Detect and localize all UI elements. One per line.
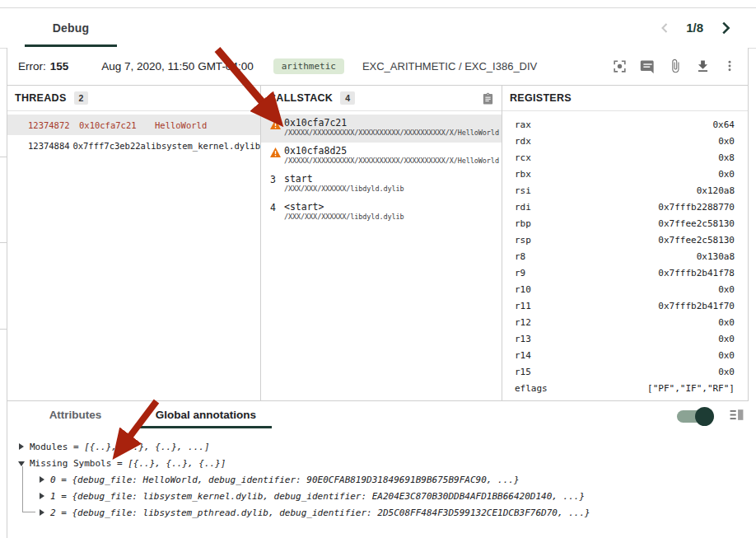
threads-count-badge: 2	[74, 91, 89, 105]
tab-global-annotations-label: Global annotations	[156, 409, 256, 421]
more-vertical-icon[interactable]	[723, 58, 736, 73]
register-value: 0x0	[718, 334, 735, 344]
global-annotations-tree: Modules = [{..}, {..}, {..}, ...] Missin…	[7, 428, 756, 538]
register-name: r15	[515, 367, 718, 377]
tree-value: {debug_file: libsystem_pthread.dylib, de…	[72, 508, 590, 518]
register-name: r14	[515, 350, 718, 361]
pagination: 1/8	[656, 8, 735, 47]
register-name: rsp	[515, 235, 658, 246]
tree-guide-line	[22, 466, 23, 512]
register-value: 0x7fffb2288770	[658, 202, 735, 213]
register-row: r150x0	[502, 363, 748, 380]
tab-debug[interactable]: Debug	[25, 8, 117, 47]
center-focus-icon[interactable]	[612, 58, 628, 74]
thread-module: HelloWorld	[155, 120, 207, 130]
callstack-title: CALLSTACK	[268, 92, 333, 104]
tree-node-symbol-0[interactable]: 0 = {debug_file: HelloWorld, debug_ident…	[40, 471, 520, 488]
register-value: 0x0	[718, 136, 735, 147]
callstack-frame[interactable]: 4 <start> /XXX/XXX/XXXXXX/libdyld.dylib	[261, 199, 502, 227]
thread-module: libsystem_kernel.dylib	[146, 141, 260, 151]
register-row: r110x7fffb2b41f70	[502, 297, 748, 314]
clipboard-icon[interactable]	[482, 91, 494, 105]
register-value: 0x7fffb2b41f78	[658, 268, 735, 278]
register-name: eflags	[515, 383, 647, 394]
tab-debug-label: Debug	[53, 21, 90, 35]
tree-value: {debug_file: libsystem_kernel.dylib, deb…	[72, 491, 586, 502]
thread-row[interactable]: 12374872 0x10cfa7c21 HelloWorld	[7, 115, 260, 135]
chevron-left-icon[interactable]	[656, 20, 673, 36]
register-name: r13	[515, 334, 718, 344]
threads-header: THREADS 2	[7, 86, 260, 111]
expand-right-icon[interactable]	[40, 509, 44, 516]
thread-id: 12374872	[28, 120, 79, 130]
register-name: rbx	[515, 169, 718, 180]
frame-address: 0x10cfa8d25	[284, 145, 502, 157]
register-value: 0x130a8	[697, 251, 735, 262]
register-value: 0x0	[718, 367, 735, 377]
classifier-badge[interactable]: arithmetic	[273, 58, 344, 74]
tree-node-modules[interactable]: Modules = [{..}, {..}, {..}, ...]	[19, 438, 210, 455]
register-row: rbp0x7ffee2c58130	[502, 215, 748, 232]
tree-key: 0	[50, 475, 56, 485]
tree-key: 2	[50, 508, 56, 518]
register-value: 0x7ffee2c58130	[658, 218, 735, 229]
register-name: r10	[515, 284, 718, 295]
bottom-tab-bar: Attributes Global annotations	[7, 401, 756, 429]
tree-key: Missing Symbols	[30, 458, 111, 469]
callstack-frame[interactable]: 0x10cfa8d25 /XXXXX/XXXXXXXXXX/XXXXXXXXXX…	[261, 143, 502, 171]
callstack-frame[interactable]: 3 start /XXX/XXX/XXXXXX/libdyld.dylib	[261, 171, 502, 199]
view-sidebar-icon[interactable]	[729, 407, 744, 423]
comment-icon[interactable]	[640, 58, 656, 74]
debug-view: Debug 1/8 Error: 155 Aug 7, 2020, 11:50 …	[0, 0, 756, 538]
registers-header: REGISTERS	[502, 86, 748, 111]
frame-index: 3	[270, 174, 276, 185]
error-header-bar: Error: 155 Aug 7, 2020, 11:50 GMT-04:00 …	[7, 48, 748, 86]
register-name: r12	[515, 317, 718, 328]
register-name: rax	[515, 119, 713, 130]
attachment-icon[interactable]	[668, 58, 683, 73]
frame-path: /XXXXX/XXXXXXXXXX/XXXXXXXXXX/XXXXXXXXXX/…	[284, 157, 502, 166]
register-row: r140x0	[502, 347, 748, 363]
tab-global-annotations[interactable]: Global annotations	[140, 401, 272, 428]
tree-node-symbol-1[interactable]: 1 = {debug_file: libsystem_kernel.dylib,…	[40, 488, 585, 504]
exception-type: EXC_ARITHMETIC / EXC_I386_DIV	[362, 60, 537, 73]
register-value: ["PF","IF","RF"]	[647, 383, 735, 394]
expand-right-icon[interactable]	[19, 443, 24, 450]
register-value: 0x0	[718, 284, 735, 295]
download-icon[interactable]	[695, 58, 711, 74]
register-row: r130x0	[502, 330, 748, 347]
error-toolbar	[612, 48, 736, 84]
registers-panel: REGISTERS rax0x64 rdx0x0 rcx0x8 rbx0x0 r…	[502, 86, 748, 400]
chevron-right-icon[interactable]	[716, 19, 735, 37]
tree-key: Modules	[30, 442, 68, 452]
register-row: rax0x64	[502, 116, 748, 133]
expand-right-icon[interactable]	[40, 476, 44, 483]
tree-node-missing-symbols[interactable]: Missing Symbols = [{..}, {..}, {..}]	[18, 455, 226, 471]
tree-value: {debug_file: HelloWorld, debug_identifie…	[72, 475, 520, 485]
thread-row[interactable]: 12374884 0x7fff7c3eb22a libsystem_kernel…	[7, 135, 260, 156]
annotations-toggle[interactable]	[677, 410, 707, 423]
expand-right-icon[interactable]	[40, 493, 44, 499]
tree-node-symbol-2[interactable]: 2 = {debug_file: libsystem_pthread.dylib…	[40, 504, 590, 521]
expand-down-icon[interactable]	[18, 461, 25, 466]
frame-path: /XXX/XXX/XXXXXX/libdyld.dylib	[284, 213, 502, 222]
register-value: 0x0	[718, 317, 735, 328]
register-row: rdx0x0	[502, 133, 748, 149]
tab-attributes[interactable]: Attributes	[25, 401, 126, 428]
callstack-count-badge: 4	[340, 91, 355, 105]
tree-value: [{..}, {..}, {..}]	[128, 458, 226, 469]
register-name: rcx	[515, 152, 718, 163]
callstack-frames: 0x10cfa7c21 /XXXXX/XXXXXXXXXX/XXXXXXXXXX…	[261, 115, 502, 227]
register-name: r9	[515, 268, 658, 278]
callstack-panel: CALLSTACK 4 0x10cfa7c21	[261, 86, 502, 400]
register-value: 0x7ffee2c58130	[658, 235, 735, 246]
register-row: rbx0x0	[502, 166, 748, 182]
tab-active-underline	[25, 44, 117, 47]
content-right-border	[748, 48, 749, 401]
tab-bar: Debug 1/8	[0, 8, 756, 49]
threads-list: 12374872 0x10cfa7c21 HelloWorld 12374884…	[7, 115, 260, 156]
callstack-frame[interactable]: 0x10cfa7c21 /XXXXX/XXXXXXXXXX/XXXXXXXXXX…	[261, 115, 502, 143]
warning-icon	[268, 146, 282, 161]
register-row: r80x130a8	[502, 248, 748, 264]
warning-icon	[268, 118, 282, 133]
